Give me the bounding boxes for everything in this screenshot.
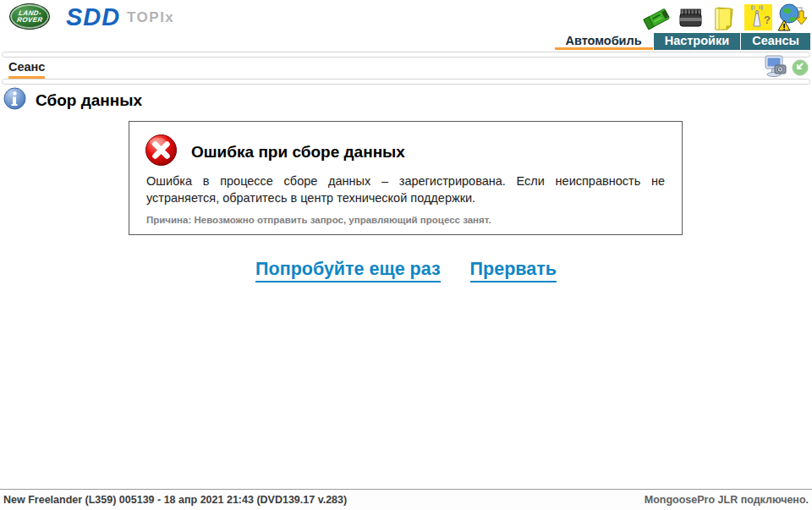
vehicle-info-status: New Freelander (L359) 005139 - 18 апр 20…: [3, 494, 347, 506]
error-header: Ошибка при сборе данных: [145, 134, 405, 170]
question-glyph: ?: [764, 14, 771, 26]
error-title: Ошибка при сборе данных: [191, 143, 405, 162]
notes-icon[interactable]: [710, 3, 739, 32]
tab-vehicle[interactable]: Автомобиль: [555, 33, 653, 50]
sdd-brand-logo: SDD: [66, 3, 120, 31]
device-connection-status: MongoosePro JLR подключено.: [645, 494, 809, 506]
separator-bar-top: [2, 52, 810, 58]
update-download-icon[interactable]: [777, 3, 807, 32]
session-bar: Сеанс: [0, 58, 812, 79]
error-cause: Причина: Невозможно отправить запрос, уп…: [146, 215, 665, 225]
vci-device-icon[interactable]: [642, 3, 672, 32]
separator-bar-bottom: [2, 79, 810, 85]
wireless-help-icon[interactable]: ?: [743, 3, 773, 32]
error-icon: [145, 134, 178, 170]
error-dialog: Ошибка при сборе данных Ошибка в процесс…: [129, 121, 683, 235]
error-message: Ошибка в процессе сборе данных – зарегис…: [146, 173, 665, 206]
header-toolbar: ?: [642, 3, 807, 32]
app-header: LAND- ROVER SDD TOPIx: [0, 0, 812, 32]
status-bar: New Freelander (L359) 005139 - 18 апр 20…: [0, 489, 812, 510]
info-icon: [3, 87, 26, 113]
topix-label: TOPIx: [127, 9, 174, 26]
tab-settings[interactable]: Настройки: [654, 33, 741, 50]
battery-icon[interactable]: [676, 3, 705, 32]
minimize-icon[interactable]: [792, 59, 809, 80]
page-title-row: Сбор данных: [3, 87, 142, 113]
tab-sessions[interactable]: Сеансы: [741, 33, 810, 50]
retry-link[interactable]: Попробуйте еще раз: [255, 259, 441, 282]
main-tabbar: Автомобиль Настройки Сеансы: [555, 33, 811, 50]
logo-text-bottom: ROVER: [16, 17, 43, 24]
action-links: Попробуйте еще раз Прервать: [0, 259, 812, 282]
page-title: Сбор данных: [36, 91, 142, 110]
subtab-session[interactable]: Сеанс: [8, 60, 45, 79]
land-rover-logo-icon: LAND- ROVER: [9, 3, 50, 30]
cancel-link[interactable]: Прервать: [470, 259, 557, 282]
